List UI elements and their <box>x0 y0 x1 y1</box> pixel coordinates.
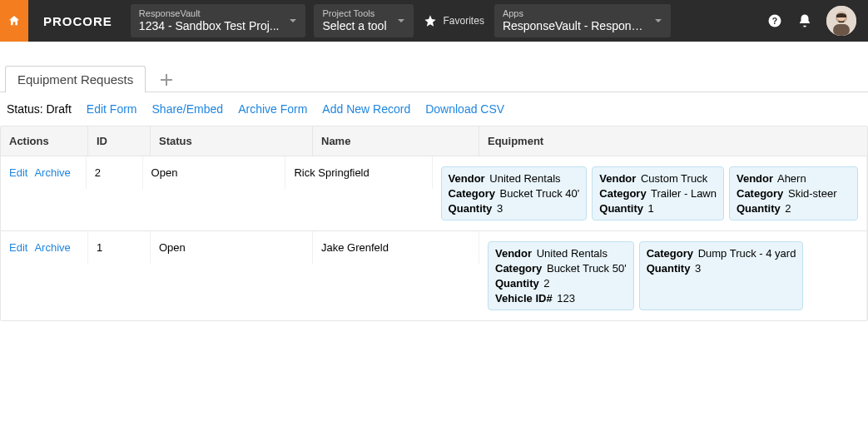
tab-bar: Equipment Requests <box>0 65 868 92</box>
col-equipment: Equipment <box>479 126 867 156</box>
caret-down-icon <box>654 17 662 25</box>
edit-record-link[interactable]: Edit <box>9 166 27 179</box>
download-csv-link[interactable]: Download CSV <box>425 102 504 116</box>
user-avatar[interactable] <box>826 6 856 36</box>
cell-equipment: Vendor United RentalsCategory Bucket Tru… <box>433 156 867 230</box>
tab-equipment-requests[interactable]: Equipment Requests <box>5 66 146 92</box>
edit-form-link[interactable]: Edit Form <box>87 102 137 116</box>
col-name: Name <box>313 126 479 156</box>
cell-actions: EditArchive <box>1 231 88 264</box>
tab-label: Equipment Requests <box>17 72 133 87</box>
cell-name: Jake Grenfeld <box>313 231 479 264</box>
col-id: ID <box>88 126 151 156</box>
caret-down-icon <box>397 17 405 25</box>
archive-form-link[interactable]: Archive Form <box>238 102 307 116</box>
help-button[interactable]: ? <box>766 12 783 29</box>
cell-status: Open <box>151 231 313 264</box>
caret-down-icon <box>289 17 297 25</box>
form-toolbar: Status: Draft Edit Form Share/Embed Arch… <box>0 92 868 126</box>
company-project-selector[interactable]: ResponseVault 1234 - Sandbox Test Proj..… <box>131 4 306 37</box>
bell-icon <box>797 13 812 28</box>
archive-record-link[interactable]: Archive <box>34 166 70 179</box>
cell-name: Rick Springfield <box>285 156 432 189</box>
cell-id: 2 <box>87 156 143 189</box>
project-tools-selector[interactable]: Project Tools Select a tool <box>314 4 413 37</box>
form-status: Status: Draft <box>7 102 72 116</box>
table-row: EditArchive2OpenRick SpringfieldVendor U… <box>1 156 867 231</box>
col-actions: Actions <box>1 126 88 156</box>
plus-icon <box>161 74 172 86</box>
apps-label: Apps <box>503 8 644 19</box>
favorites-label: Favorites <box>444 15 484 27</box>
logo-text: PROCORE <box>43 14 112 28</box>
equipment-card: Vendor United RentalsCategory Bucket Tru… <box>488 241 634 310</box>
add-tab-button[interactable] <box>152 68 181 92</box>
svg-text:?: ? <box>772 16 777 26</box>
equipment-card: Vendor Custom TruckCategory Trailer - La… <box>592 166 724 220</box>
favorites-block[interactable]: Favorites <box>417 0 491 42</box>
tools-value: Select a tool <box>322 19 386 33</box>
cell-status: Open <box>143 156 286 189</box>
equipment-card: Vendor United RentalsCategory Bucket Tru… <box>441 166 588 220</box>
apps-value: ResponseVault - Respons... <box>503 19 644 33</box>
project-value: 1234 - Sandbox Test Proj... <box>139 19 280 33</box>
home-icon <box>7 14 21 27</box>
archive-record-link[interactable]: Archive <box>34 241 70 254</box>
star-icon <box>424 14 437 27</box>
apps-selector[interactable]: Apps ResponseVault - Respons... <box>494 4 671 37</box>
home-button[interactable] <box>0 0 28 42</box>
equipment-card: Vendor AhernCategory Skid-steerQuantity … <box>729 166 858 220</box>
records-table: Actions ID Status Name Equipment EditArc… <box>0 126 868 321</box>
table-header: Actions ID Status Name Equipment <box>1 126 867 156</box>
avatar-icon <box>826 6 856 36</box>
equipment-card: Category Dump Truck - 4 yardQuantity 3 <box>639 241 804 310</box>
cell-actions: EditArchive <box>1 156 87 189</box>
cell-id: 1 <box>88 231 151 264</box>
add-new-record-link[interactable]: Add New Record <box>322 102 410 116</box>
company-label: ResponseVault <box>139 8 280 19</box>
top-navbar: PROCORE ResponseVault 1234 - Sandbox Tes… <box>0 0 868 42</box>
logo: PROCORE <box>28 0 127 42</box>
help-icon: ? <box>767 13 782 28</box>
edit-record-link[interactable]: Edit <box>9 241 27 254</box>
share-embed-link[interactable]: Share/Embed <box>152 102 224 116</box>
col-status: Status <box>151 126 313 156</box>
notifications-button[interactable] <box>796 12 813 29</box>
svg-rect-4 <box>833 24 850 36</box>
cell-equipment: Vendor United RentalsCategory Bucket Tru… <box>479 231 867 320</box>
tools-label: Project Tools <box>322 8 386 19</box>
table-row: EditArchive1OpenJake GrenfeldVendor Unit… <box>1 231 867 320</box>
